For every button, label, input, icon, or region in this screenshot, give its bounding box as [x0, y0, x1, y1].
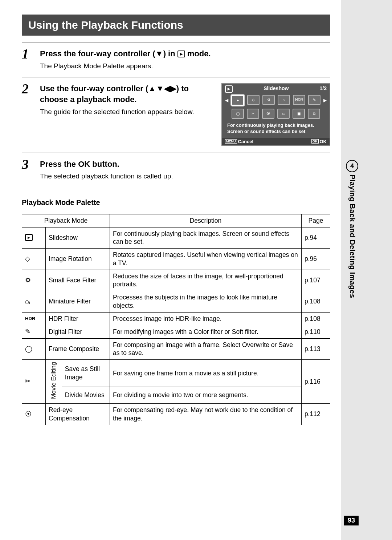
- menu-button-icon: MENU: [225, 139, 237, 144]
- mode-name: Frame Composite: [46, 338, 110, 360]
- mode-page: p.96: [302, 249, 330, 270]
- table-row: Divide Movies For dividing a movie into …: [22, 387, 330, 404]
- table-row: HDR HDR Filter Processes image into HDR-…: [22, 312, 330, 325]
- mode-name: HDR Filter: [46, 312, 110, 325]
- lcd-icon-frame: ◯: [232, 109, 244, 119]
- lcd-icon-hdr: HDR: [293, 95, 305, 105]
- th-mode: Playback Mode: [22, 214, 110, 227]
- lcd-icon-small-face: ⚙: [262, 95, 275, 105]
- mode-icon: ⌂ᵢ: [22, 291, 46, 313]
- right-arrow-icon: ▶: [323, 98, 327, 103]
- mode-icon: ◯: [22, 338, 46, 360]
- mode-page: p.94: [302, 227, 330, 249]
- step-headline: Press the OK button.: [40, 159, 330, 170]
- mode-icon: ◇: [22, 249, 46, 270]
- table-row: ⌂ᵢ Miniature Filter Processes the subjec…: [22, 291, 330, 313]
- playback-mode-icon: ▸: [225, 85, 233, 92]
- chapter-number: 4: [346, 160, 358, 172]
- mode-page: p.108: [302, 291, 330, 313]
- table-row: ⦿ Red-eye Compensation For compensating …: [22, 404, 330, 425]
- mode-page: p.112: [302, 404, 330, 425]
- mode-name: Red-eye Compensation: [46, 404, 110, 425]
- mode-desc: For modifying images with a Color filter…: [110, 325, 302, 338]
- playback-mode-icon: ▸: [177, 51, 185, 57]
- lcd-cancel-label: Cancel: [238, 139, 254, 144]
- mode-name: Save as Still Image: [62, 360, 110, 387]
- step-number: 3: [22, 157, 40, 181]
- mode-page: p.116: [302, 360, 330, 404]
- mode-desc: For compensating red-eye. May not work d…: [110, 404, 302, 425]
- step-description: The Playback Mode Palette appears.: [40, 61, 330, 71]
- lcd-footer: MENU Cancel OK OK: [222, 138, 330, 145]
- lcd-icon-digital-filter: ✎: [308, 95, 320, 105]
- subsection-title: Playback Mode Palette: [22, 198, 330, 207]
- step-headline: Press the four-way controller (▼) in ▸ m…: [40, 48, 330, 59]
- mode-page: p.108: [302, 312, 330, 325]
- mode-name: Digital Filter: [46, 325, 110, 338]
- left-arrow-icon: ◀: [225, 98, 228, 103]
- mode-desc: Processes image into HDR-like image.: [110, 312, 302, 325]
- four-way-arrows-icon: ▲▼◀▶: [148, 84, 176, 93]
- mode-icon: ⦿: [22, 404, 46, 425]
- mode-desc: For dividing a movie into two or more se…: [110, 387, 302, 404]
- mode-icon: ✎: [22, 325, 46, 338]
- mode-name: Small Face Filter: [46, 270, 110, 291]
- mode-icon: ⚙: [22, 270, 46, 291]
- step-number: 2: [22, 82, 40, 146]
- table-row: ◇ Image Rotation Rotates captured images…: [22, 249, 330, 270]
- step-3: 3 Press the OK button. The selected play…: [22, 153, 330, 188]
- th-page: Page: [302, 214, 330, 227]
- mode-name: Miniature Filter: [46, 291, 110, 313]
- th-desc: Description: [110, 214, 302, 227]
- table-row: ⚙ Small Face Filter Reduces the size of …: [22, 270, 330, 291]
- mode-desc: Rotates captured images. Useful when vie…: [110, 249, 302, 270]
- chapter-tab: 4 Playing Back and Deleting Images: [345, 160, 359, 298]
- ok-button-label: OK: [78, 160, 90, 169]
- lcd-icon-slideshow: ▸: [231, 95, 244, 106]
- lcd-screen-illustration: ▸ Slideshow 1/2 ◀ ▸ ◇ ⚙ ⌂ HDR ✎ ▶ ◯ ✂: [221, 83, 330, 146]
- mode-desc: For continuously playing back images. Sc…: [110, 227, 302, 249]
- lcd-title: Slideshow: [264, 85, 289, 92]
- lcd-ok-label: OK: [320, 139, 327, 144]
- movie-editing-group-label: Movie Editing: [46, 360, 62, 404]
- ok-button-icon: OK: [311, 139, 319, 144]
- mode-name: Divide Movies: [62, 387, 110, 404]
- mode-page: p.110: [302, 325, 330, 338]
- step-description: The guide for the selected function appe…: [40, 107, 216, 117]
- mode-name: Slideshow: [46, 227, 110, 249]
- lcd-icon-row-1: ◀ ▸ ◇ ⚙ ⌂ HDR ✎ ▶: [222, 93, 330, 107]
- table-row: ✂ Movie Editing Save as Still Image For …: [22, 360, 330, 387]
- mode-name: Image Rotation: [46, 249, 110, 270]
- lcd-page-indicator: 1/2: [320, 85, 327, 92]
- chapter-title: Playing Back and Deleting Images: [348, 174, 356, 298]
- mode-icon: HDR: [22, 312, 46, 325]
- lcd-icon-row-2: ◯ ✂ ⦿ ▭ ▣ ⧉: [222, 107, 330, 120]
- lcd-icon-movie-edit: ✂: [247, 109, 259, 119]
- table-row: ◯ Frame Composite For composing an image…: [22, 338, 330, 360]
- mode-desc: Reduces the size of faces in the image, …: [110, 270, 302, 291]
- mode-icon: ▸: [22, 227, 46, 249]
- lcd-help-text: For continuously playing back images. Sc…: [222, 120, 330, 138]
- table-row: ▸ Slideshow For continuously playing bac…: [22, 227, 330, 249]
- down-arrow-icon: ▼: [155, 49, 163, 58]
- page-number: 93: [344, 516, 359, 525]
- mode-icon: ✂: [22, 360, 46, 404]
- lcd-icon-copy: ⧉: [308, 109, 320, 119]
- step-2: 2 Use the four-way controller (▲▼◀▶) to …: [22, 77, 330, 152]
- mode-desc: For composing an image with a frame. Sel…: [110, 338, 302, 360]
- manual-page: 4 Playing Back and Deleting Images 93 Us…: [0, 0, 341, 540]
- step-number: 1: [22, 47, 40, 70]
- playback-mode-table: Playback Mode Description Page ▸ Slidesh…: [22, 214, 330, 425]
- lcd-icon-redeye: ⦿: [262, 109, 274, 119]
- section-title: Using the Playback Functions: [22, 15, 330, 36]
- mode-desc: Processes the subjects in the images to …: [110, 291, 302, 313]
- step-description: The selected playback function is called…: [40, 172, 330, 181]
- lcd-icon-rotation: ◇: [247, 95, 260, 105]
- mode-page: p.113: [302, 338, 330, 360]
- lcd-icon-crop: ▣: [293, 109, 305, 119]
- lcd-icon-resize: ▭: [277, 109, 290, 119]
- step-headline: Use the four-way controller (▲▼◀▶) to ch…: [40, 83, 216, 105]
- mode-desc: For saving one frame from a movie as a s…: [110, 360, 302, 387]
- lcd-icon-miniature: ⌂: [278, 95, 290, 105]
- mode-page: p.107: [302, 270, 330, 291]
